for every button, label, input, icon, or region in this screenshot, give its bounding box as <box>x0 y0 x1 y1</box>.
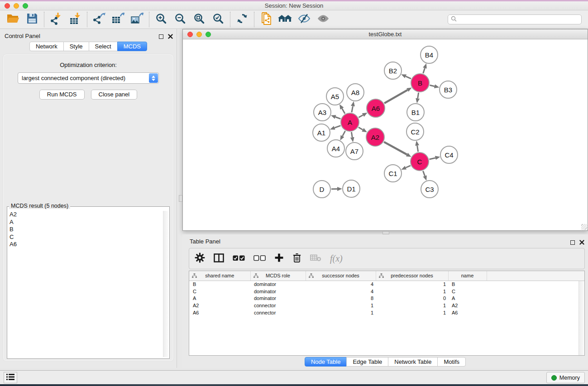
column-header-name[interactable]: name <box>448 271 487 281</box>
network-close-button[interactable] <box>187 32 193 37</box>
graph-node-C1[interactable]: C1 <box>384 165 402 182</box>
table-cell[interactable]: A6 <box>448 309 487 316</box>
graph-edge-C-C4[interactable] <box>429 158 435 159</box>
graph-node-A6[interactable]: A6 <box>367 99 385 117</box>
mcds-result-item[interactable]: A2 <box>8 211 162 219</box>
create-column-button[interactable] <box>274 253 284 264</box>
table-settings-button[interactable] <box>195 253 205 265</box>
tab-network[interactable]: Network <box>29 42 64 51</box>
graph-node-C2[interactable]: C2 <box>406 123 424 140</box>
graph-edge-A2-C[interactable] <box>384 142 407 155</box>
close-panel-icon[interactable] <box>168 33 173 41</box>
table-cell[interactable]: A2 <box>189 302 250 309</box>
import-table-button[interactable] <box>66 11 85 28</box>
run-mcds-button[interactable]: Run MCDS <box>39 90 85 100</box>
minimize-window-button[interactable] <box>14 3 19 9</box>
mcds-result-item[interactable]: B <box>8 226 162 234</box>
graph-node-A1[interactable]: A1 <box>313 124 330 141</box>
table-cell[interactable]: 1 <box>306 302 376 309</box>
network-zoom-button[interactable] <box>206 32 211 37</box>
delete-column-button[interactable] <box>292 253 301 265</box>
graph-edge-B-B1[interactable] <box>418 93 419 99</box>
delete-table-button[interactable] <box>310 254 321 263</box>
graph-node-B2[interactable]: B2 <box>384 62 402 79</box>
export-image-button[interactable] <box>128 11 147 28</box>
new-network-from-selection-button[interactable] <box>257 11 276 28</box>
graph-edge-A-A3[interactable] <box>335 117 340 119</box>
graph-edge-C-C1[interactable] <box>406 166 411 168</box>
unselect-all-columns-button[interactable] <box>253 255 266 263</box>
graph-edge-B-B3[interactable] <box>430 85 434 86</box>
zoom-in-button[interactable] <box>152 11 171 28</box>
table-cell[interactable]: 4 <box>306 281 376 288</box>
function-builder-button[interactable]: f(x) <box>330 253 343 264</box>
table-cell[interactable]: A <box>189 295 250 302</box>
graph-edge-A-A8[interactable] <box>352 106 353 112</box>
graph-node-D[interactable]: D <box>313 181 330 198</box>
mcds-result-list[interactable]: A2ABCA6 <box>8 211 162 357</box>
mcds-result-item[interactable]: A6 <box>8 241 162 248</box>
graph-node-A[interactable]: A <box>341 113 359 131</box>
network-minimize-button[interactable] <box>196 32 202 37</box>
save-session-button[interactable] <box>23 11 42 28</box>
graph-edge-A-A7[interactable] <box>351 132 352 138</box>
graph-edge-A6-B[interactable] <box>384 90 407 103</box>
graph-node-A5[interactable]: A5 <box>326 88 344 105</box>
tab-motifs[interactable]: Motifs <box>437 357 466 367</box>
float-panel-icon[interactable] <box>159 34 163 39</box>
splitter-handle-horizontal[interactable] <box>382 231 389 234</box>
table-cell[interactable]: connector <box>250 302 306 309</box>
graph-node-B4[interactable]: B4 <box>421 46 438 63</box>
column-header-shared-name[interactable]: shared name <box>189 271 250 281</box>
graph-node-A4[interactable]: A4 <box>327 140 344 157</box>
hide-selected-button[interactable] <box>295 11 314 28</box>
task-history-button[interactable] <box>4 372 17 383</box>
tab-edge-table[interactable]: Edge Table <box>346 357 388 367</box>
table-cell[interactable]: dominator <box>250 288 306 295</box>
memory-button[interactable]: Memory <box>546 372 585 383</box>
column-header-successor-nodes[interactable]: successor nodes <box>306 271 376 281</box>
table-cell[interactable]: connector <box>250 309 306 316</box>
tab-mcds[interactable]: MCDS <box>117 42 147 51</box>
refresh-button[interactable] <box>233 11 252 28</box>
column-header-predecessor-nodes[interactable]: predecessor nodes <box>376 271 448 281</box>
table-cell[interactable]: C <box>189 288 250 295</box>
import-network-button[interactable] <box>47 11 66 28</box>
table-cell[interactable]: 1 <box>376 288 448 295</box>
table-cell[interactable]: dominator <box>250 295 306 302</box>
table-cell[interactable]: A2 <box>448 302 487 309</box>
table-cell[interactable]: 1 <box>306 309 376 316</box>
mcds-result-item[interactable]: A <box>8 219 162 226</box>
graph-node-A8[interactable]: A8 <box>347 84 364 101</box>
mcds-result-item[interactable]: C <box>8 234 162 241</box>
table-cell[interactable]: C <box>448 288 487 295</box>
tab-node-table[interactable]: Node Table <box>305 357 347 367</box>
graph-node-A3[interactable]: A3 <box>314 104 331 121</box>
table-cell[interactable]: A6 <box>189 309 250 316</box>
graph-node-B3[interactable]: B3 <box>440 81 457 98</box>
zoom-out-button[interactable] <box>171 11 190 28</box>
zoom-selected-button[interactable] <box>209 11 228 28</box>
column-header-MCDS-role[interactable]: MCDS role <box>250 271 306 281</box>
graph-edge-A-A1[interactable] <box>335 126 340 128</box>
graph-node-D1[interactable]: D1 <box>343 180 360 197</box>
graph-edge-A-A2[interactable] <box>359 127 363 130</box>
graph-edge-B-B4[interactable] <box>423 68 425 74</box>
tab-style[interactable]: Style <box>63 42 89 51</box>
zoom-fit-button[interactable] <box>190 11 209 28</box>
criterion-dropdown[interactable]: largest connected component (directed) <box>18 72 159 84</box>
table-cell[interactable]: B <box>448 281 487 288</box>
table-scrollbar[interactable] <box>578 281 584 355</box>
export-table-button[interactable] <box>109 11 128 28</box>
graph-edge-C-C2[interactable] <box>417 146 418 152</box>
graph-edge-C-C3[interactable] <box>423 171 425 176</box>
graph-edge-A-A5[interactable] <box>342 109 345 114</box>
graph-node-B[interactable]: B <box>411 74 429 92</box>
search-input[interactable] <box>459 16 578 23</box>
graph-node-A2[interactable]: A2 <box>366 128 384 146</box>
close-table-panel-icon[interactable] <box>579 238 584 247</box>
graph-edge-A-A6[interactable] <box>359 115 363 117</box>
close-panel-button[interactable]: Close panel <box>91 90 138 100</box>
table-cell[interactable]: B <box>189 281 250 288</box>
graph-node-C4[interactable]: C4 <box>440 146 458 163</box>
